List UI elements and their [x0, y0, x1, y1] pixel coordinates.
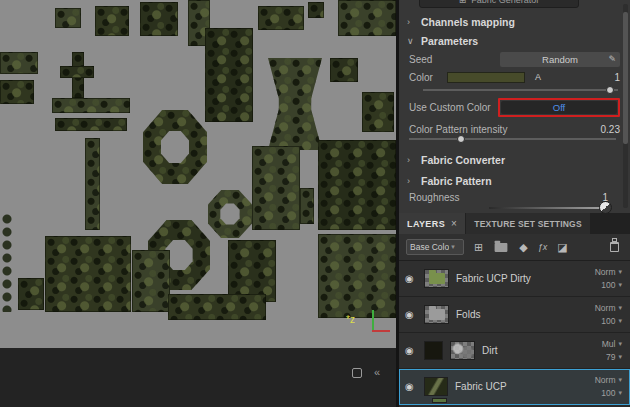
uv-island: [228, 240, 276, 302]
blend-mode-select[interactable]: Norm▾: [595, 303, 622, 313]
color-alpha-slider[interactable]: [423, 89, 618, 91]
properties-scrollbar[interactable]: [623, 4, 628, 208]
add-smart-material-icon[interactable]: ◆: [519, 242, 527, 253]
use-custom-color-row: Use Custom Color Off: [409, 97, 620, 117]
layers-panel: LAYERS × TEXTURE SET SETTINGS Base Colo …: [399, 213, 630, 407]
intensity-slider[interactable]: [409, 138, 616, 140]
layer-row-dirt[interactable]: ◉ Dirt Mul▾ 79▾: [399, 333, 630, 369]
uv-island: [318, 234, 396, 318]
visibility-eye-icon[interactable]: ◉: [405, 309, 417, 320]
color-alpha-value: 1: [614, 72, 620, 83]
layer-thumbnail: [424, 269, 449, 288]
panel-toggle-icon[interactable]: [352, 368, 362, 378]
properties-panel: ⊞ Fabric Generator › Channels mapping ∨ …: [399, 0, 630, 213]
alpha-channel-label: A: [535, 72, 541, 82]
uv-island: [330, 58, 358, 82]
uv-island: [95, 6, 129, 36]
layer-thumbnail: [424, 305, 449, 324]
section-parameters[interactable]: ∨ Parameters: [407, 33, 622, 48]
uv-island-hole: [220, 203, 239, 224]
chevron-down-icon: ∨: [407, 36, 415, 46]
add-folder-icon[interactable]: [495, 243, 508, 252]
mask-thumbnail: [450, 341, 475, 360]
uv-island: [362, 92, 394, 132]
visibility-eye-icon[interactable]: ◉: [405, 273, 417, 284]
fabric-converter-label: Fabric Converter: [421, 154, 505, 166]
chevron-right-icon: ›: [407, 155, 415, 165]
color-alpha-slider-handle[interactable]: [606, 86, 614, 94]
sub-layer-chip: [432, 398, 447, 403]
axis-gizmo: *z: [346, 310, 394, 336]
axis-z-label: *z: [346, 314, 355, 325]
uv-island: [18, 278, 44, 310]
close-icon[interactable]: ×: [451, 218, 457, 229]
layer-name: Folds: [456, 309, 588, 320]
opacity-select[interactable]: 100▾: [601, 316, 622, 326]
axis-y-line: [372, 310, 374, 330]
section-fabric-converter[interactable]: › Fabric Converter: [407, 152, 622, 167]
visibility-eye-icon[interactable]: ◉: [405, 345, 417, 356]
uv-viewport[interactable]: *z: [0, 0, 396, 348]
layer-name: Fabric UCP Dirty: [456, 273, 588, 284]
uv-island: [140, 2, 178, 36]
pencil-icon[interactable]: ✎: [608, 54, 616, 64]
folder-icon: [429, 309, 445, 320]
add-fill-layer-icon[interactable]: ◪: [557, 242, 567, 253]
fabric-pattern-label: Fabric Pattern: [421, 175, 492, 187]
section-fabric-pattern[interactable]: › Fabric Pattern: [407, 173, 622, 188]
opacity-select[interactable]: 100▾: [601, 388, 622, 398]
section-channels-mapping[interactable]: › Channels mapping: [407, 14, 622, 29]
layer-row-fabric-ucp-dirty[interactable]: ◉ Fabric UCP Dirty Norm▾ 100▾: [399, 261, 630, 297]
blend-mode-select[interactable]: Mul▾: [602, 339, 622, 349]
layer-name: Fabric UCP: [455, 381, 588, 392]
opacity-select[interactable]: 100▾: [601, 280, 622, 290]
blend-mode-select[interactable]: Norm▾: [595, 267, 622, 277]
channel-filter-value: Base Colo: [410, 242, 449, 252]
uv-island: [205, 28, 253, 122]
uv-island: [0, 212, 14, 312]
layer-thumbnail: [424, 341, 443, 360]
tab-texture-set-settings[interactable]: TEXTURE SET SETTINGS: [466, 213, 589, 234]
uv-island: [45, 236, 131, 312]
roughness-slider[interactable]: [489, 207, 608, 209]
uv-island: [55, 8, 81, 28]
uv-island: [85, 138, 100, 230]
visibility-eye-icon[interactable]: ◉: [405, 381, 417, 392]
uv-island: [60, 66, 94, 78]
chevron-down-icon: ▾: [618, 376, 622, 384]
chevron-down-icon: ▾: [618, 340, 622, 348]
channel-filter-select[interactable]: Base Colo ▾: [406, 239, 464, 255]
use-custom-color-toggle[interactable]: Off: [501, 101, 617, 114]
properties-scrollbar-thumb[interactable]: [623, 12, 628, 144]
layer-list: ◉ Fabric UCP Dirty Norm▾ 100▾ ◉ Folds No…: [399, 261, 630, 407]
folder-icon: [429, 273, 445, 284]
chevron-right-icon: ›: [407, 176, 415, 186]
layers-tabbar: LAYERS × TEXTURE SET SETTINGS: [399, 213, 630, 234]
channels-mapping-label: Channels mapping: [421, 16, 515, 28]
layer-row-folds[interactable]: ◉ Folds Norm▾ 100▾: [399, 297, 630, 333]
layer-row-fabric-ucp[interactable]: ◉ Fabric UCP Norm▾ 100▾: [399, 369, 630, 405]
intensity-label: Color Pattern intensity: [409, 124, 507, 135]
uv-island: [258, 6, 304, 30]
tab-layers-label: LAYERS: [407, 219, 445, 229]
blend-mode-select[interactable]: Norm▾: [595, 375, 622, 385]
tab-layers[interactable]: LAYERS ×: [399, 213, 465, 234]
blend-opacity-controls: Mul▾ 79▾: [602, 339, 622, 362]
opacity-select[interactable]: 79▾: [606, 352, 622, 362]
uv-island: [55, 118, 127, 131]
delete-layer-icon[interactable]: [610, 242, 619, 252]
add-layer-icon[interactable]: ⊞: [474, 242, 483, 253]
intensity-slider-handle[interactable]: [457, 135, 465, 143]
collapse-panel-icon[interactable]: «: [374, 367, 380, 378]
color-label: Color: [409, 72, 433, 83]
chevron-down-icon: ▾: [451, 243, 455, 251]
intensity-row: Color Pattern intensity 0.23: [409, 121, 620, 137]
color-swatch[interactable]: [447, 72, 525, 83]
uv-island: [208, 190, 252, 238]
roughness-slider-handle[interactable]: [599, 201, 612, 213]
uv-island: [318, 140, 396, 230]
layer-name: Dirt: [482, 345, 595, 356]
uv-island: [132, 250, 170, 312]
add-effect-icon[interactable]: ƒx: [538, 242, 548, 252]
seed-dropdown[interactable]: Random ✎: [500, 52, 620, 67]
